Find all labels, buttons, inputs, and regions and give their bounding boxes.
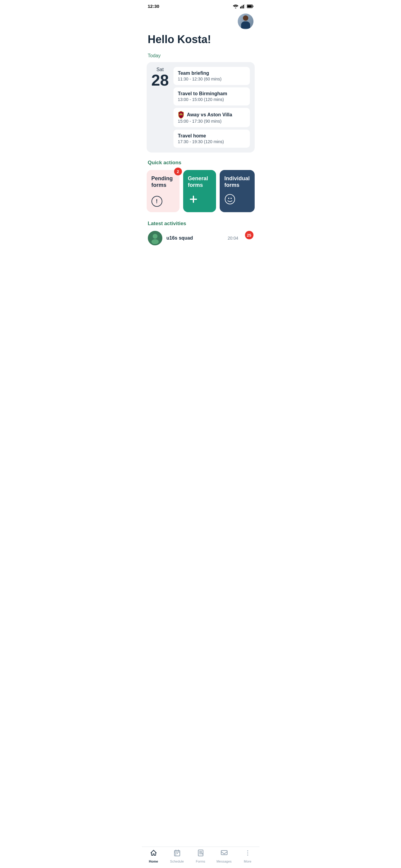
svg-rect-1 [241,6,242,8]
event-travel-home[interactable]: Travel home 17:30 - 19:30 (120 mins) [173,130,250,148]
status-time: 12:30 [148,4,159,9]
general-forms-title: Generalforms [188,176,211,188]
activity-time: 20:04 [228,236,238,241]
event-title: Team briefing [178,70,245,76]
quick-actions-label: Quick actions [142,160,259,170]
date-column: Sat 28 [151,67,169,148]
events-column: Team briefing 11:30 - 12:30 (60 mins) Tr… [173,67,250,148]
event-title: Travel home [178,133,245,138]
event-aston-villa[interactable]: AVFC 🦁 Away vs Aston Villa 15:00 - 17:30… [173,108,250,127]
general-forms-card[interactable]: Generalforms [183,170,216,212]
svg-rect-0 [240,7,241,8]
avatar[interactable] [238,13,254,29]
svg-point-17 [151,239,159,244]
event-title: Travel to Birmingham [178,91,245,96]
quick-actions-row: 2 Pendingforms ! Generalforms Individual… [142,170,259,221]
activity-title: u16s squad [167,236,224,241]
activity-badge: 25 [245,231,254,239]
wifi-icon [233,4,238,8]
header [142,11,259,33]
svg-point-16 [153,234,157,239]
avfc-logo: AVFC 🦁 [178,112,184,118]
pending-forms-icon: ! [151,196,175,207]
event-time: 13:00 - 15:00 (120 mins) [178,97,245,102]
status-bar: 12:30 [142,0,259,11]
schedule-card: Sat 28 Team briefing 11:30 - 12:30 (60 m… [147,62,255,153]
today-label: Today [142,53,259,62]
activity-info: u16s squad [167,236,224,241]
pending-forms-title: Pendingforms [151,176,175,188]
individual-forms-title: Individualforms [225,176,250,188]
svg-point-12 [225,194,235,204]
svg-rect-3 [244,4,245,8]
svg-point-13 [228,198,229,199]
pending-forms-card[interactable]: 2 Pendingforms ! [147,170,179,212]
event-travel-birmingham[interactable]: Travel to Birmingham 13:00 - 15:00 (120 … [173,87,250,105]
battery-icon [247,4,254,8]
individual-forms-icon [225,194,250,207]
event-time: 15:00 - 17:30 (90 mins) [178,119,245,124]
event-time: 17:30 - 19:30 (120 mins) [178,139,245,144]
svg-rect-5 [253,5,253,7]
svg-rect-2 [243,5,244,8]
general-forms-icon [188,194,211,207]
event-team-briefing[interactable]: Team briefing 11:30 - 12:30 (60 mins) [173,67,250,85]
svg-point-14 [231,198,232,199]
greeting-section: Hello Kosta! [142,33,259,53]
pending-badge: 2 [174,167,182,176]
signal-icon [240,4,245,8]
greeting-text: Hello Kosta! [148,33,254,46]
activity-item[interactable]: u16s squad 20:04 25 [142,231,259,250]
status-icons [233,4,254,8]
individual-forms-card[interactable]: Individualforms [220,170,255,212]
event-time: 11:30 - 12:30 (60 mins) [178,76,245,82]
latest-activities-label: Latest activities [142,221,259,231]
event-title: AVFC 🦁 Away vs Aston Villa [178,112,245,118]
activity-avatar [148,231,162,245]
svg-rect-6 [247,5,252,7]
day-number: 28 [151,72,169,88]
svg-rect-11 [193,195,194,203]
svg-text:🦁: 🦁 [180,113,182,116]
